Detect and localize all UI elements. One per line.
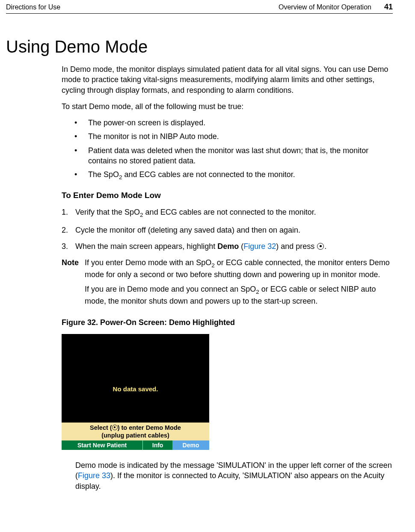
list-item: Patient data was deleted when the monito…: [74, 145, 393, 166]
intro-paragraph-2: To start Demo mode, all of the following…: [62, 101, 393, 112]
softkey-demo[interactable]: Demo: [172, 440, 209, 450]
monitor-message-area: No data saved.: [62, 356, 209, 423]
note-body: If you enter Demo mode with an SpO2 or E…: [85, 257, 393, 310]
note-label: Note: [62, 257, 79, 310]
monitor-hint: Select () to enter Demo Mode (unplug pat…: [62, 423, 209, 440]
page-number: 41: [384, 3, 393, 12]
step: Verify that the SpO2 and ECG cables are …: [62, 207, 393, 219]
requirements-list: The power-on screen is displayed. The mo…: [74, 118, 393, 181]
procedure-heading: To Enter Demo Mode Low: [62, 190, 393, 201]
section-title: Using Demo Mode: [6, 37, 393, 56]
procedure-steps: Verify that the SpO2 and ECG cables are …: [62, 207, 393, 251]
softkey-start-new-patient[interactable]: Start New Patient: [62, 440, 143, 450]
select-button-icon: [112, 425, 118, 430]
monitor-screenshot: No data saved. Select () to enter Demo M…: [62, 334, 209, 450]
select-button-icon: [317, 243, 324, 250]
step: Cycle the monitor off (deleting any save…: [62, 225, 393, 235]
figure-caption: Figure 32. Power-On Screen: Demo Highlig…: [62, 317, 393, 328]
list-item: The monitor is not in NIBP Auto mode.: [74, 131, 393, 142]
figure-ref-32: Figure 32: [243, 242, 276, 251]
header-left: Directions for Use: [6, 3, 279, 11]
softkey-info[interactable]: Info: [143, 440, 172, 450]
page-header: Directions for Use Overview of Monitor O…: [6, 0, 393, 14]
list-item: The power-on screen is displayed.: [74, 118, 393, 128]
list-item: The SpO2 and ECG cables are not connecte…: [74, 169, 393, 181]
no-data-message: No data saved.: [113, 385, 158, 393]
softkey-bar: Start New Patient Info Demo: [62, 440, 209, 450]
header-section: Overview of Monitor Operation: [279, 3, 371, 11]
note-block: Note If you enter Demo mode with an SpO2…: [62, 257, 393, 310]
figure-ref-33: Figure 33: [78, 471, 110, 480]
monitor-status-bar: [62, 334, 209, 356]
intro-paragraph: In Demo mode, the monitor displays simul…: [62, 64, 393, 95]
step: When the main screen appears, highlight …: [62, 241, 393, 251]
after-figure-paragraph: Demo mode is indicated by the message 'S…: [75, 460, 393, 491]
